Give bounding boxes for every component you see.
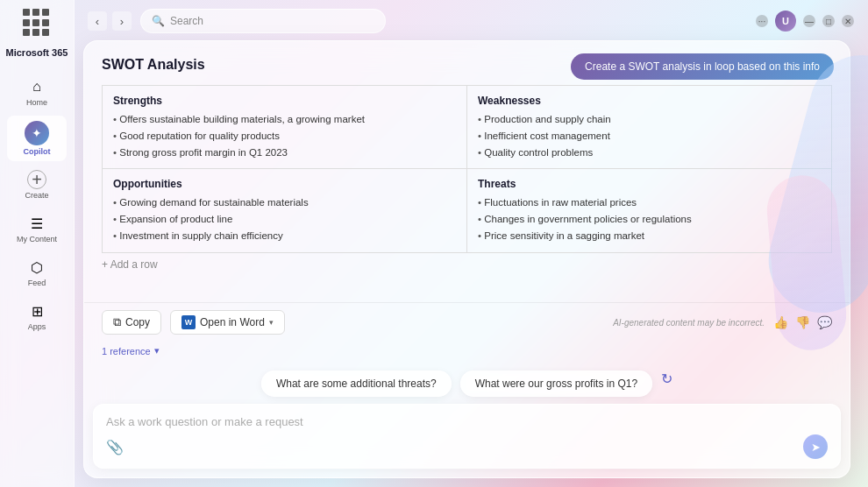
add-row-button[interactable]: + Add a row <box>102 253 832 276</box>
list-item: Strong gross profit margin in Q1 2023 <box>113 145 456 159</box>
copy-button[interactable]: ⧉ Copy <box>102 310 161 335</box>
weaknesses-cell: Weaknesses Production and supply chain I… <box>467 86 832 169</box>
sidebar-item-feed[interactable]: ⬡ Feed <box>7 252 67 293</box>
send-icon: ➤ <box>811 441 821 454</box>
copilot-icon: ✦ <box>25 121 49 145</box>
suggestion-chip-threats[interactable]: What are some additional threats? <box>261 371 452 397</box>
refresh-icon[interactable]: ↻ <box>661 371 672 397</box>
strengths-cell: Strengths Offers sustainable building ma… <box>103 86 467 169</box>
main-area: ‹ › 🔍 Search Create a SWOT analysis in l… <box>75 0 868 487</box>
list-item: Inefficient cost management <box>478 129 821 143</box>
app-title: Microsoft 365 <box>6 47 68 58</box>
weaknesses-list: Production and supply chain Inefficient … <box>478 112 821 159</box>
strengths-heading: Strengths <box>113 95 456 107</box>
sidebar-label-copilot: Copilot <box>24 147 51 156</box>
window-chrome: ··· U — □ ✕ <box>756 11 854 32</box>
open-word-label: Open in Word <box>200 316 265 328</box>
minimize-button[interactable]: — <box>803 15 815 27</box>
apps-icon: ⊞ <box>27 301 46 321</box>
ai-disclaimer: AI-generated content may be incorrect. <box>613 318 765 328</box>
input-area: 📎 ➤ <box>93 404 841 469</box>
sidebar-label-home: Home <box>26 98 47 107</box>
open-word-button[interactable]: W Open in Word ▾ <box>170 310 285 335</box>
list-item: Offers sustainable building materials, a… <box>113 112 456 126</box>
suggestion-chip-profits[interactable]: What were our gross profits in Q1? <box>460 371 652 397</box>
sidebar-item-home[interactable]: ⌂ Home <box>7 72 67 112</box>
close-button[interactable]: ✕ <box>842 15 854 27</box>
create-icon: + <box>27 170 46 189</box>
chevron-down-icon: ▾ <box>269 318 274 327</box>
maximize-button[interactable]: □ <box>822 15 835 27</box>
apps-grid-icon[interactable] <box>23 9 51 37</box>
copy-label: Copy <box>125 316 150 328</box>
search-placeholder: Search <box>170 15 203 27</box>
action-bar: ⧉ Copy W Open in Word ▾ AI-generated con… <box>84 302 850 342</box>
reference-chevron-icon: ▾ <box>154 345 160 356</box>
swot-table: Strengths Offers sustainable building ma… <box>102 85 832 253</box>
list-item: Production and supply chain <box>478 112 821 126</box>
forward-button[interactable]: › <box>112 11 132 31</box>
copy-icon: ⧉ <box>113 315 121 329</box>
home-icon: ⌂ <box>27 77 46 96</box>
threats-heading: Threats <box>478 178 821 190</box>
list-item: Expansion of product line <box>113 212 456 226</box>
opportunities-cell: Opportunities Growing demand for sustain… <box>103 169 467 252</box>
list-item: Investment in supply chain efficiency <box>113 229 456 243</box>
weaknesses-heading: Weaknesses <box>478 95 821 107</box>
search-icon: 🔍 <box>152 15 165 27</box>
search-bar[interactable]: 🔍 Search <box>140 9 386 33</box>
sidebar-item-apps[interactable]: ⊞ Apps <box>7 296 67 336</box>
reference-label: 1 reference <box>102 346 151 356</box>
my-content-icon: ☰ <box>27 214 46 233</box>
reference-bar[interactable]: 1 reference ▾ <box>84 342 850 363</box>
top-bar: ‹ › 🔍 Search <box>83 9 850 33</box>
copilot-panel: Create a SWOT analysis in loop based on … <box>83 40 850 478</box>
sidebar-label-apps: Apps <box>28 322 46 331</box>
sidebar-item-copilot[interactable]: ✦ Copilot <box>7 116 67 161</box>
list-item: Good reputation for quality products <box>113 129 456 143</box>
strengths-list: Offers sustainable building materials, a… <box>113 112 456 159</box>
feed-icon: ⬡ <box>27 258 46 277</box>
send-button[interactable]: ➤ <box>803 434 828 459</box>
sidebar-label-feed: Feed <box>28 279 46 287</box>
more-options-button[interactable]: ··· <box>756 15 768 27</box>
chat-input[interactable] <box>106 415 828 428</box>
sidebar: Microsoft 365 ⌂ Home ✦ Copilot + Create … <box>0 0 75 487</box>
list-item: Growing demand for sustainable materials <box>113 195 456 209</box>
chrome-controls: ··· <box>756 15 768 27</box>
swot-content: SWOT Analysis Strengths Offers sustainab… <box>84 41 850 302</box>
create-swot-loop-button[interactable]: Create a SWOT analysis in loop based on … <box>571 53 834 80</box>
word-icon: W <box>181 315 196 329</box>
nav-arrows: ‹ › <box>88 11 132 31</box>
list-item: Quality control problems <box>478 145 821 159</box>
back-button[interactable]: ‹ <box>88 11 107 31</box>
sidebar-label-my-content: My Content <box>17 235 57 244</box>
sidebar-item-create[interactable]: + Create <box>7 165 67 205</box>
opportunities-heading: Opportunities <box>113 178 456 190</box>
suggestion-area: What are some additional threats? What w… <box>84 363 850 404</box>
sidebar-label-create: Create <box>25 191 48 200</box>
attach-icon[interactable]: 📎 <box>106 439 124 455</box>
user-avatar[interactable]: U <box>775 11 796 32</box>
opportunities-list: Growing demand for sustainable materials… <box>113 195 456 243</box>
sidebar-item-my-content[interactable]: ☰ My Content <box>7 208 67 249</box>
input-bottom-bar: 📎 ➤ <box>106 434 828 459</box>
